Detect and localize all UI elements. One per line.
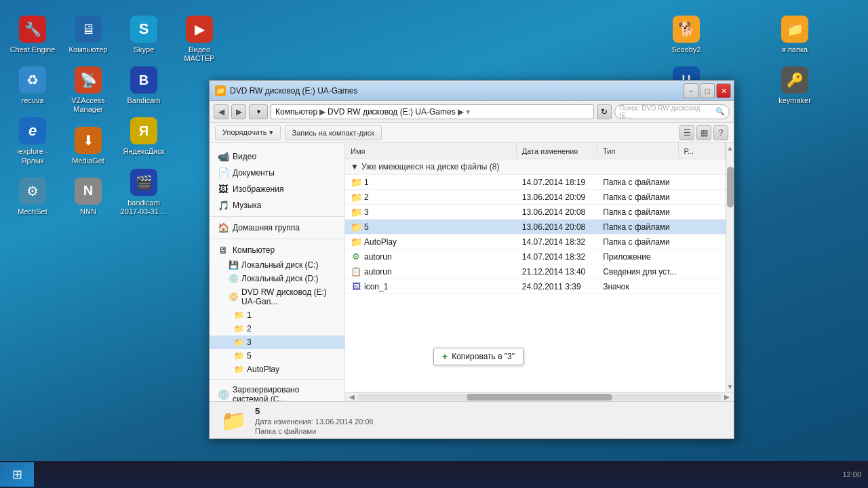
reserved-label: Зарезервировано системой (С... bbox=[233, 385, 336, 401]
file-date-cell: 14.07.2014 18:32 bbox=[517, 237, 597, 247]
scroll-right-button[interactable]: ▶ bbox=[722, 393, 732, 401]
desktop-icon-recuva[interactable]: ♻ recuva bbox=[5, 63, 60, 108]
desktop-icon-bandicam[interactable]: B Bandicam bbox=[117, 63, 171, 108]
group-arrow: ▼ bbox=[351, 162, 359, 171]
file-group-header: ▼ Уже имеющиеся на диске файлы (8) bbox=[345, 159, 726, 175]
bandicam-icon: B bbox=[130, 66, 157, 94]
file-type-cell: Папка с файлами bbox=[597, 192, 678, 202]
view-list-button[interactable]: ☰ bbox=[679, 125, 694, 140]
drive-c-icon: 💾 bbox=[229, 260, 239, 270]
table-row[interactable]: 📁 2 13.06.2014 20:09 Папка с файлами bbox=[345, 190, 726, 205]
back-button[interactable]: ◀ bbox=[214, 104, 229, 119]
sidebar-tree-folder1[interactable]: 📁 1 bbox=[210, 308, 344, 322]
copy-tooltip-text: Копировать в "3" bbox=[452, 352, 515, 361]
refresh-button[interactable]: ↻ bbox=[597, 104, 612, 119]
address-path[interactable]: Компьютер ▶ DVD RW дисковод (E:) UA-Game… bbox=[271, 104, 594, 119]
desktop-icon-nnn[interactable]: N NNN bbox=[61, 174, 115, 220]
desktop-icon-mechset[interactable]: ⚙ MechSet bbox=[5, 174, 60, 220]
close-button[interactable]: ✕ bbox=[716, 83, 731, 98]
burn-button[interactable]: Запись на компакт-диск bbox=[285, 125, 382, 140]
col-header-size[interactable]: Р... bbox=[679, 143, 726, 159]
col-header-name[interactable]: Имя bbox=[345, 143, 517, 159]
recuva-label: recuva bbox=[21, 96, 43, 105]
table-row[interactable]: ⚙ autorun 14.07.2014 18:32 Приложение bbox=[345, 249, 726, 264]
file-type-cell: Папка с файлами bbox=[597, 237, 678, 247]
sidebar-item-documents[interactable]: 📄 Документы bbox=[210, 165, 344, 181]
file-date-cell: 21.12.2014 13:40 bbox=[517, 267, 597, 277]
nnn-label: NNN bbox=[80, 207, 96, 216]
images-icon: 🖼 bbox=[218, 184, 229, 195]
table-row[interactable]: 📁 1 14.07.2014 18:19 Папка с файлами bbox=[345, 175, 726, 190]
sidebar-tree-dvd[interactable]: 📀 DVD RW дисковод (E:) UA-Gan... bbox=[210, 285, 344, 308]
status-type: Папка с файлами bbox=[255, 427, 373, 435]
scroll-left-button[interactable]: ◀ bbox=[347, 393, 357, 401]
copy-tooltip[interactable]: + Копировать в "3" bbox=[433, 348, 524, 365]
table-row[interactable]: 📁 AutoPlay 14.07.2014 18:32 Папка с файл… bbox=[345, 235, 726, 249]
sidebar-item-images[interactable]: 🖼 Изображения bbox=[210, 181, 344, 197]
horizontal-scrollbar[interactable]: ◀ ▶ bbox=[345, 392, 734, 401]
desktop-icon-scooby2[interactable]: 🐕 Scooby2 bbox=[659, 12, 713, 58]
file-list[interactable]: Имя Дата изменения Тип Р... bbox=[345, 143, 726, 392]
desktop-icon-computer[interactable]: 🖥 Компьютер bbox=[61, 12, 115, 58]
organize-button[interactable]: Упорядочить ▾ bbox=[215, 125, 281, 140]
table-row[interactable]: 🖼 icon_1 24.02.2011 3:39 Значок bbox=[345, 279, 726, 294]
sidebar-tree-autoplay[interactable]: 📁 AutoPlay bbox=[210, 363, 344, 376]
folder5-label: 5 bbox=[247, 351, 252, 361]
window-titlebar: 📁 DVD RW дисковод (E:) UA-Games − □ ✕ bbox=[210, 81, 734, 101]
sidebar-item-video[interactable]: 📹 Видео bbox=[210, 148, 344, 165]
cheat-engine-label: Cheat Engine bbox=[10, 45, 56, 54]
scroll-down-button[interactable]: ▼ bbox=[726, 382, 734, 392]
desktop-icon-cheat-engine[interactable]: 🔧 Cheat Engine bbox=[5, 12, 60, 58]
col-header-type[interactable]: Тип bbox=[597, 143, 678, 159]
sidebar-tree-local-c[interactable]: 💾 Локальный диск (C:) bbox=[210, 258, 344, 272]
bandicam2-icon: 🎬 bbox=[130, 169, 157, 196]
sidebar-video-label: Видео bbox=[233, 152, 256, 161]
sidebar-tree-folder3[interactable]: 📁 3 bbox=[210, 336, 344, 349]
status-info: 5 Дата изменения: 13.06.2014 20:08 Папка… bbox=[255, 406, 373, 435]
address-bar: ◀ ▶ ▾ Компьютер ▶ DVD RW дисковод (E:) U… bbox=[210, 101, 734, 123]
desktop-icon-yandex-disk[interactable]: Я ЯндексДиск bbox=[117, 114, 171, 159]
group-label: Уже имеющиеся на диске файлы (8) bbox=[361, 162, 500, 171]
search-box[interactable]: Поиск: DVD RW дисковод (E... 🔍 bbox=[614, 104, 730, 119]
cheat-engine-icon: 🔧 bbox=[19, 16, 46, 43]
help-button[interactable]: ? bbox=[713, 125, 728, 140]
desktop-icon-video-master[interactable]: ▶ Видео МАСТЕР bbox=[172, 12, 226, 66]
table-row[interactable]: 📋 autorun 21.12.2014 13:40 Сведения для … bbox=[345, 264, 726, 279]
sidebar-tree-local-d[interactable]: 💿 Локальный диск (D:) bbox=[210, 272, 344, 285]
sidebar-divider1 bbox=[210, 216, 344, 217]
sidebar-item-music[interactable]: 🎵 Музыка bbox=[210, 197, 344, 214]
table-row[interactable]: 📁 3 13.06.2014 20:08 Папка с файлами bbox=[345, 205, 726, 220]
table-row[interactable]: 📁 5 13.06.2014 20:08 Папка с файлами bbox=[345, 220, 726, 235]
desktop-icon-keymaker[interactable]: 🔑 keymaker bbox=[768, 63, 822, 108]
folder2-icon: 📁 bbox=[234, 324, 244, 333]
mediaget-icon: ⬇ bbox=[75, 127, 102, 154]
start-button[interactable]: ⊞ bbox=[0, 462, 34, 487]
recent-button[interactable]: ▾ bbox=[249, 104, 268, 119]
desktop-icon-bandicam2[interactable]: 🎬 bandicam 2017-03-31 ... bbox=[117, 165, 171, 220]
minimize-button[interactable]: − bbox=[684, 83, 698, 98]
desktop-icon-vzaccess[interactable]: 📡 VZAccess Manager bbox=[61, 63, 115, 117]
sidebar-item-homegroup[interactable]: 🏠 Домашняя группа bbox=[210, 220, 344, 236]
vertical-scrollbar[interactable]: ▲ ▼ bbox=[726, 143, 734, 392]
view-grid-button[interactable]: ▦ bbox=[696, 125, 711, 140]
scroll-up-button[interactable]: ▲ bbox=[726, 143, 734, 153]
sidebar-tree-folder5[interactable]: 📁 5 bbox=[210, 349, 344, 363]
cfg-icon: 📋 bbox=[351, 266, 361, 277]
recuva-icon: ♻ bbox=[19, 66, 46, 94]
scroll-thumb[interactable] bbox=[727, 167, 734, 207]
file-date-cell: 24.02.2011 3:39 bbox=[517, 282, 597, 291]
sidebar-tree-folder2[interactable]: 📁 2 bbox=[210, 322, 344, 336]
sidebar-item-reserved[interactable]: 💿 Зарезервировано системой (С... bbox=[210, 382, 344, 401]
desktop-icon-skype[interactable]: S Skype bbox=[117, 12, 171, 58]
desktop-icon-mediaget[interactable]: ⬇ MediaGet bbox=[61, 123, 115, 169]
sidebar-item-computer[interactable]: 🖥 Компьютер bbox=[210, 242, 344, 258]
desktop-icon-iexplore[interactable]: e iexplore - Ярлык bbox=[5, 114, 60, 168]
sidebar-documents-label: Документы bbox=[233, 168, 275, 178]
forward-button[interactable]: ▶ bbox=[231, 104, 246, 119]
restore-button[interactable]: □ bbox=[700, 83, 715, 98]
desktop-icon-papka[interactable]: 📁 я папка bbox=[768, 12, 822, 58]
video-icon: 📹 bbox=[218, 151, 229, 162]
col-header-date[interactable]: Дата изменения bbox=[517, 143, 597, 159]
window-controls: − □ ✕ bbox=[684, 83, 731, 98]
keymaker-icon: 🔑 bbox=[781, 66, 808, 94]
